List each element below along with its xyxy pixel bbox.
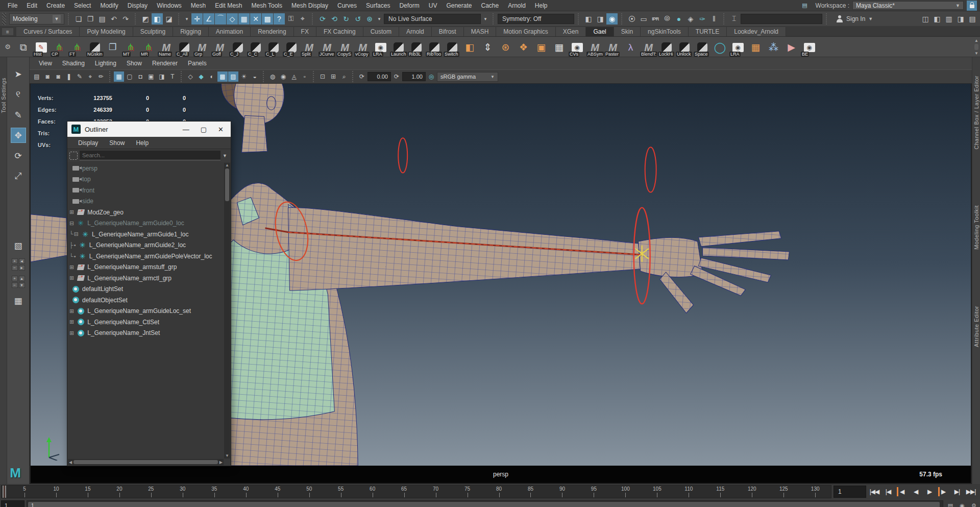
live-surface-dropdown-icon[interactable]: ▾ [482,13,489,25]
frame-tick[interactable]: 5 [9,486,40,498]
grease-pencil-icon[interactable]: ✏ [96,71,106,82]
grid-snap-panel-icon[interactable]: ◧ [583,13,594,25]
menu-bar-extra-icon[interactable]: ▤ [802,2,807,9]
snap-together-icon[interactable]: ▩ [262,13,273,25]
pivot-icon[interactable]: ⌖ [85,71,95,82]
outliner-item[interactable]: ⊞ L_GeneriqueName_JntSet [69,328,224,339]
film-gate-icon[interactable]: ▢ [125,71,135,82]
menu-item[interactable]: Cache [476,2,503,9]
shelf-item-c-e[interactable]: C_E [282,38,300,57]
undo-icon[interactable]: ↶ [108,13,119,25]
bookmark-icon[interactable]: ▤ [32,71,42,82]
search-input[interactable] [80,151,220,160]
xray-icon[interactable]: ⊞ [328,71,338,82]
snap-help-icon[interactable]: ? [274,13,285,25]
isolate-select-icon[interactable]: ⊡ [317,71,328,82]
animation-start-field[interactable]: 1 [1,500,24,507]
shelf-item-bubbles[interactable]: ⁂ [765,38,782,57]
shelf-tab[interactable]: MASH [464,27,497,36]
menu-item[interactable]: Deform [395,2,424,9]
menu-item[interactable]: Windows [152,2,186,9]
shadows-icon[interactable]: ◒ [250,71,260,82]
tool-settings-sidebar-tab[interactable]: Tool Settings [0,57,7,484]
shelf-item-grp[interactable]: M Grp [193,38,211,57]
highlight-selection-icon[interactable]: ⌖ [297,13,308,25]
outliner-item[interactable]: ⊟ ✳ L_GeneriqueName_armGuide0_loc [69,218,224,229]
frame-tick[interactable]: 45 [262,486,293,498]
shelf-item-ngskin[interactable]: NGskin [86,38,104,57]
shelf-item-layout[interactable]: ▦ [550,38,568,57]
camera-attributes-icon[interactable]: ◙ [42,71,53,82]
shelf-item-c-all[interactable]: C_All [175,38,193,57]
frame-tick[interactable]: 50 [293,486,325,498]
frame-tick[interactable]: 85 [515,486,547,498]
object-mode-buttons[interactable]: +◂−▸ [12,258,25,271]
outliner-item[interactable]: ├• ✳ L_GeneriqueName_armGuide2_loc [69,240,224,251]
occlusion-icon[interactable]: ◍ [267,71,278,82]
panel-menu-item[interactable]: Show [121,60,147,67]
paint-select-tool-icon[interactable]: ✎ [11,107,26,123]
shelf-item-cp[interactable]: ⋔ CP [50,38,68,57]
sign-in-button[interactable]: Sign In ▼ [831,13,878,25]
make-live-icon[interactable]: ✕ [250,13,261,25]
frame-tick[interactable]: 10 [40,486,72,498]
shelf-tab[interactable]: Bifrost [432,27,464,36]
frame-tick[interactable]: 105 [641,486,673,498]
timeline-track[interactable]: 5101520253035404550556065707580859095100… [1,485,831,498]
frame-tick[interactable]: 65 [388,486,420,498]
outliner-item[interactable]: front [69,185,224,196]
panel-menu-item[interactable]: View [34,60,57,67]
shelf-item-boxes[interactable]: ▣ [532,38,550,57]
open-render-view-icon[interactable]: ⦿ [626,13,638,25]
outliner-menu-item[interactable]: Display [72,139,104,147]
frame-tick[interactable]: 70 [420,486,452,498]
menu-item[interactable]: Surfaces [361,2,395,9]
history-dropdown-icon[interactable]: ▾ [376,13,383,25]
menu-item[interactable]: UV [424,2,442,9]
component-mode-buttons[interactable]: +▴−▾ [12,276,25,288]
shelf-item-absym[interactable]: M ABSym [586,38,604,57]
outliner-horizontal-scrollbar[interactable]: ◀ ▶ [68,459,224,465]
menu-item[interactable]: Select [69,2,95,9]
shelf-item-goff[interactable]: M Goff [211,38,229,57]
shelf-item-c-l[interactable]: C_L [264,38,282,57]
shelf-item-lra[interactable]: ◉ LRA [372,38,389,57]
go-to-start-button[interactable]: |◀◀ [868,486,880,497]
shelf-item-playblast[interactable]: ▶ [782,38,800,57]
rotate-tool-icon[interactable]: ⟳ [11,148,26,163]
anti-alias-icon[interactable]: ◬ [289,71,299,82]
workspace-select[interactable]: Maya Classic* ▼ [852,1,964,10]
hypershade-icon[interactable]: ● [673,13,684,25]
menu-item[interactable]: Edit Mesh [210,2,247,9]
menu-item[interactable]: Arnold [503,2,530,9]
shelf-item-rib3l[interactable]: Rib3L [407,38,425,57]
snap-to-points-icon[interactable]: ⌒ [215,13,226,25]
modeling-toolkit-toggle-icon[interactable]: ◫ [920,13,931,25]
outliner-item[interactable]: ⊞ ModZoe_geo [69,207,224,218]
panel-menu-item[interactable]: Lighting [90,60,121,67]
menu-set-select[interactable]: Modeling▼ [9,13,64,25]
shelf-item-cvs[interactable]: ◉ CVs [568,38,586,57]
shelf-item-jcurve[interactable]: M JCurve [318,38,336,57]
command-line-input[interactable] [741,14,822,24]
use-all-lights-icon[interactable]: ☀ [239,71,249,82]
zoom-select-icon[interactable]: ⌕ [339,71,349,82]
shelf-tab[interactable]: Custom [363,27,399,36]
humanik-toggle-icon[interactable]: ◧ [932,13,943,25]
outliner-item[interactable]: persp [69,163,224,174]
snap-to-projected-center-icon[interactable]: ◇ [227,13,238,25]
live-surface-field[interactable]: No Live Surface [384,14,481,24]
outliner-item[interactable]: └⊟ ✳ L_GeneriqueName_armGuide1_loc [69,229,224,240]
shelf-tab[interactable]: Skin [614,27,641,36]
shelf-item-mr[interactable]: ⋔ MR [139,38,157,57]
gamma-field[interactable]: 1.00 [402,72,426,81]
script-editor-icon[interactable]: ⌶ [728,13,740,25]
menu-item[interactable]: Generate [442,2,476,9]
shelf-tab[interactable]: Animation [209,27,251,36]
snap-to-view-planes-icon[interactable]: ▦ [238,13,250,25]
shelf-item-frame[interactable]: ⇕ [479,38,497,57]
outliner-item[interactable]: ⊞ L_GeneriqueName_armGuideLoc_set [69,306,224,317]
snap-options-dropdown-icon[interactable]: ▾ [183,13,190,25]
go-to-end-button[interactable]: ▶▶| [965,486,977,497]
outliner-item[interactable]: top [69,174,224,185]
